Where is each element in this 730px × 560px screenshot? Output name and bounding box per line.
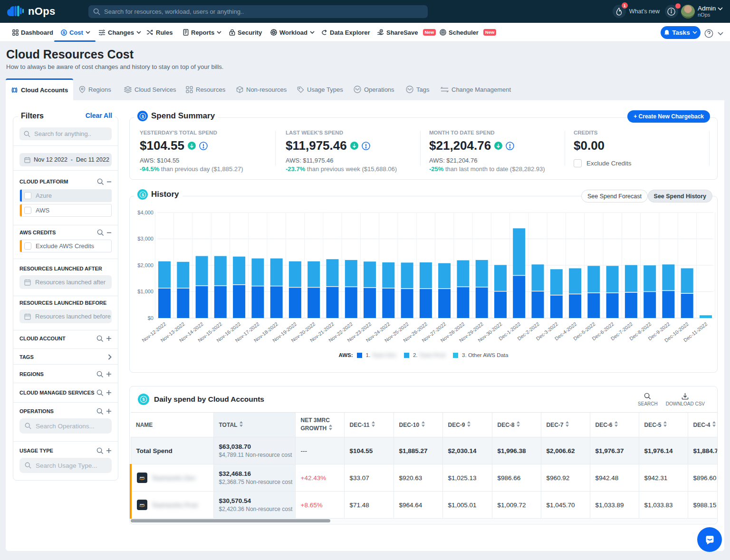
svg-text:$: $ — [142, 397, 144, 402]
svg-text:aws: aws — [140, 476, 144, 479]
svg-text:$2,000: $2,000 — [137, 262, 154, 268]
svg-text:$: $ — [142, 114, 144, 118]
svg-text:$: $ — [63, 30, 65, 35]
svg-text:$1,000: $1,000 — [137, 289, 154, 294]
svg-text:aws: aws — [140, 503, 144, 506]
svg-text:$3,000: $3,000 — [137, 236, 154, 241]
svg-text:$4,000: $4,000 — [137, 210, 154, 215]
svg-text:$0: $0 — [148, 315, 154, 321]
